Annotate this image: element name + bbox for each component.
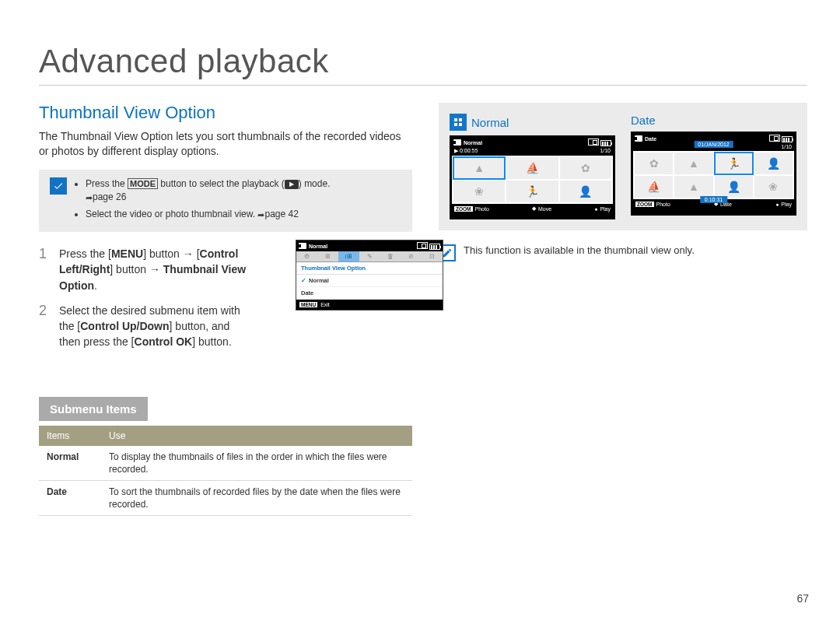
card-icon <box>769 135 780 142</box>
preview-panel: Normal Normal ▶ 0:00:55 1/10 ▲ ⛵ ✿ <box>439 103 807 230</box>
camera-icon <box>453 139 461 146</box>
zoom-tag: ZOOM <box>635 202 654 207</box>
preview-label-normal: Normal <box>471 116 509 129</box>
svg-rect-1 <box>459 118 462 121</box>
preview-label-date: Date <box>631 114 656 127</box>
mode-button-label: MODE <box>128 178 158 189</box>
thumbnail: 👤 <box>754 153 793 174</box>
thumbnail: ▲ <box>674 176 712 198</box>
camera-icon <box>635 135 642 142</box>
svg-rect-0 <box>454 118 457 121</box>
playback-icon: ▶ <box>285 180 299 189</box>
menu-header: Thumbnail View Option <box>296 262 443 275</box>
thumbnail: 🏃 <box>506 181 558 202</box>
menu-item-date: Date <box>296 287 443 300</box>
submenu-heading: Submenu Items <box>39 397 148 421</box>
note-text: This function is available in the thumbn… <box>464 244 695 256</box>
thumbnail: ❀ <box>453 181 505 202</box>
step-number: 1 <box>39 246 50 293</box>
card-icon <box>588 139 599 146</box>
table-row: Date To sort the thumbnails of recorded … <box>39 481 412 516</box>
battery-icon <box>429 244 440 250</box>
card-icon <box>417 242 428 249</box>
th-use: Use <box>101 426 412 446</box>
check-icon <box>50 177 67 195</box>
thumbnail: 🏃 <box>715 153 753 174</box>
battery-icon <box>600 140 611 146</box>
svg-rect-2 <box>454 123 457 126</box>
thumbnail: 👤 <box>715 176 753 198</box>
menu-item-normal: Normal <box>296 275 443 287</box>
callout-bullet-2: Select the video or photo thumbnail view… <box>86 208 330 221</box>
time-label: 0:10:31 <box>700 196 727 203</box>
lcd-menu-illustration: Normal ⚙⊞i⊞✎🗑⊘⊡ Thumbnail View Option No… <box>296 240 443 310</box>
section-heading: Thumbnail View Option <box>39 103 412 123</box>
intro-text: The Thumbnail View Option lets you sort … <box>39 129 412 159</box>
grid-icon <box>450 114 467 131</box>
submenu-table: Items Use Normal To display the thumbnai… <box>39 426 412 517</box>
thumbnail: ▲ <box>674 153 712 174</box>
thumbnail: ▲ <box>453 157 505 179</box>
thumbnail: ⛵ <box>506 157 558 179</box>
page-number: 67 <box>796 592 809 605</box>
cam-screen-date: Date 01/JAN/2012 1/10 ✿ ▲ 🏃 👤 ⛵ ▲ <box>631 132 796 216</box>
thumbnail: 👤 <box>560 181 611 202</box>
page-title: Advanced playback <box>39 43 807 80</box>
thumbnail: ⛵ <box>635 176 673 198</box>
table-row: Normal To display the thumbnails of file… <box>39 446 412 481</box>
thumbnail: ✿ <box>560 157 611 179</box>
thumbnail: ✿ <box>635 153 673 174</box>
tab-strip: ⚙⊞i⊞✎🗑⊘⊡ <box>296 251 443 262</box>
svg-rect-3 <box>459 123 462 126</box>
divider <box>39 85 807 86</box>
menu-tag: MENU <box>299 302 317 307</box>
thumbnail: ❀ <box>754 176 793 198</box>
zoom-tag: ZOOM <box>454 206 473 212</box>
cam-screen-normal: Normal ▶ 0:00:55 1/10 ▲ ⛵ ✿ ❀ 🏃 👤 <box>450 135 615 219</box>
callout-bullet-1: Press the MODE button to select the play… <box>86 177 330 205</box>
th-items: Items <box>39 426 101 446</box>
note: This function is available in the thumbn… <box>439 244 807 261</box>
camera-icon <box>299 243 306 249</box>
step-number: 2 <box>39 303 50 350</box>
battery-icon <box>782 136 793 142</box>
date-label: 01/JAN/2012 <box>694 141 733 148</box>
callout-prerequisite: Press the MODE button to select the play… <box>39 170 412 232</box>
